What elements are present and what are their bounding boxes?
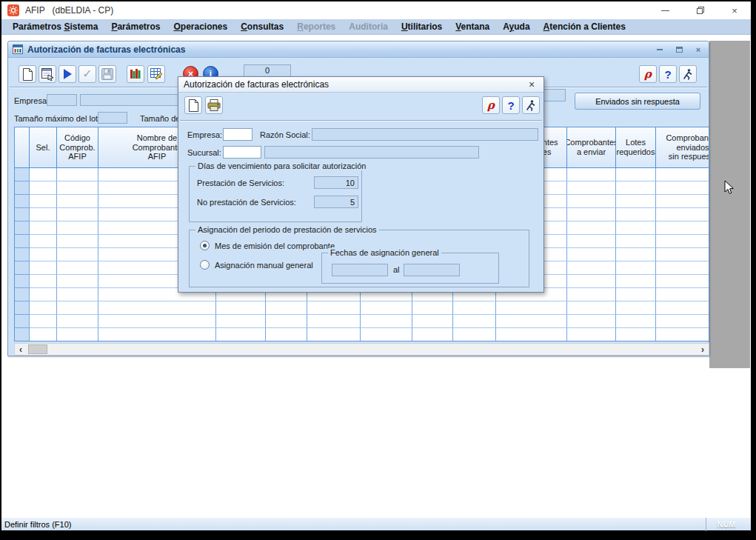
grid-cell[interactable] bbox=[30, 261, 57, 275]
child-close-button[interactable]: × bbox=[692, 44, 704, 55]
close-button[interactable]: × bbox=[720, 1, 749, 19]
grid-cell[interactable] bbox=[57, 221, 98, 235]
confirm-button[interactable]: ✓ bbox=[78, 65, 96, 83]
grid-cell[interactable] bbox=[30, 181, 57, 195]
dialog-exit-button[interactable] bbox=[522, 96, 540, 114]
grid-cell[interactable] bbox=[57, 181, 98, 195]
grid-cell[interactable] bbox=[567, 221, 616, 235]
grid-cell[interactable] bbox=[616, 288, 656, 301]
row-indicator-cell[interactable] bbox=[15, 301, 30, 315]
child-maximize-button[interactable] bbox=[673, 44, 685, 55]
grid-header-comprobantes-enviados-sin-respuesta[interactable]: Comprobantes enviados sin respuesta bbox=[656, 127, 709, 168]
grid-cell[interactable] bbox=[57, 288, 98, 301]
grid-cell[interactable] bbox=[266, 301, 307, 315]
grid-cell[interactable] bbox=[656, 168, 709, 181]
row-indicator-cell[interactable] bbox=[15, 248, 30, 261]
radio-asignacion-manual[interactable] bbox=[200, 260, 210, 270]
grid-cell[interactable] bbox=[57, 315, 98, 328]
new-button[interactable] bbox=[19, 65, 36, 83]
row-indicator-cell[interactable] bbox=[15, 315, 30, 328]
columns-button[interactable] bbox=[127, 65, 144, 83]
grid-cell[interactable] bbox=[98, 328, 216, 341]
grid-header-sel[interactable]: Sel. bbox=[30, 127, 57, 168]
properties-button[interactable] bbox=[39, 65, 56, 83]
grid-cell[interactable] bbox=[567, 195, 616, 208]
mdi-exit-button[interactable] bbox=[679, 65, 697, 83]
grid-cell[interactable] bbox=[567, 248, 616, 261]
menu-item-ayuda[interactable]: Ayuda bbox=[496, 19, 536, 34]
grid-cell[interactable] bbox=[656, 315, 709, 328]
grid-cell[interactable] bbox=[57, 301, 98, 315]
grid-cell[interactable] bbox=[30, 301, 57, 315]
grid-cell[interactable] bbox=[567, 181, 616, 195]
scrollbar-thumb[interactable] bbox=[28, 344, 47, 354]
grid-cell[interactable] bbox=[57, 195, 98, 208]
row-indicator-cell[interactable] bbox=[15, 288, 30, 301]
grid-cell[interactable] bbox=[30, 208, 57, 221]
menu-item-atencion-a-clientes[interactable]: Atención a Clientes bbox=[537, 19, 632, 34]
grid-cell[interactable] bbox=[307, 301, 361, 315]
grid-cell[interactable] bbox=[57, 168, 98, 181]
mdi-rho-button[interactable]: ρ bbox=[639, 65, 657, 83]
child-titlebar[interactable]: Autorización de facturas electrónicas × bbox=[8, 41, 709, 58]
grid-cell[interactable] bbox=[656, 195, 709, 208]
scroll-left-arrow-icon[interactable]: ‹ bbox=[15, 344, 27, 355]
grid-cell[interactable] bbox=[616, 221, 656, 235]
dialog-rho-button[interactable]: ρ bbox=[482, 96, 500, 114]
grid-cell[interactable] bbox=[656, 248, 709, 261]
grid-cell[interactable] bbox=[266, 328, 307, 341]
grid-cell[interactable] bbox=[266, 315, 307, 328]
grid-cell[interactable] bbox=[216, 315, 266, 328]
grid-cell[interactable] bbox=[567, 261, 616, 275]
grid-cell[interactable] bbox=[616, 261, 656, 275]
grid-edit-button[interactable] bbox=[147, 65, 165, 83]
grid-cell[interactable] bbox=[656, 181, 709, 195]
grid-cell[interactable] bbox=[656, 275, 709, 288]
grid-cell[interactable] bbox=[616, 275, 656, 288]
grid-cell[interactable] bbox=[98, 315, 216, 328]
restore-button[interactable] bbox=[686, 1, 715, 19]
grid-cell[interactable] bbox=[656, 208, 709, 221]
dialog-close-button[interactable]: × bbox=[525, 79, 538, 90]
row-indicator-cell[interactable] bbox=[15, 328, 30, 341]
menu-item-utilitarios[interactable]: Utilitarios bbox=[395, 19, 449, 34]
grid-cell[interactable] bbox=[616, 235, 656, 248]
grid-cell[interactable] bbox=[453, 328, 496, 341]
row-indicator-cell[interactable] bbox=[15, 195, 30, 208]
grid-cell[interactable] bbox=[616, 315, 656, 328]
row-indicator-cell[interactable] bbox=[15, 261, 30, 275]
horizontal-scrollbar[interactable]: ‹ › bbox=[14, 343, 709, 356]
grid-cell[interactable] bbox=[656, 261, 709, 275]
minimize-button[interactable] bbox=[650, 1, 680, 19]
grid-cell[interactable] bbox=[361, 328, 412, 341]
radio-mes-emision[interactable] bbox=[200, 241, 210, 250]
grid-cell[interactable] bbox=[567, 328, 616, 341]
sucursal-code-field[interactable] bbox=[223, 146, 261, 159]
grid-cell[interactable] bbox=[453, 315, 496, 328]
dialog-titlebar[interactable]: Autorización de facturas electrónicas × bbox=[178, 77, 543, 93]
dialog-new-button[interactable] bbox=[184, 96, 202, 114]
grid-cell[interactable] bbox=[656, 235, 709, 248]
mdi-help-button[interactable]: ? bbox=[659, 65, 677, 83]
grid-cell[interactable] bbox=[656, 301, 709, 315]
grid-cell[interactable] bbox=[30, 288, 57, 301]
grid-cell[interactable] bbox=[453, 301, 496, 315]
grid-cell[interactable] bbox=[412, 315, 453, 328]
grid-cell[interactable] bbox=[57, 248, 98, 261]
grid-cell[interactable] bbox=[616, 301, 656, 315]
grid-cell[interactable] bbox=[216, 328, 266, 341]
grid-cell[interactable] bbox=[567, 301, 616, 315]
grid-header-codigo-comprob-afip[interactable]: Código Comprob. AFIP bbox=[57, 127, 98, 168]
grid-cell[interactable] bbox=[361, 315, 412, 328]
grid-cell[interactable] bbox=[567, 315, 616, 328]
menu-item-ventana[interactable]: Ventana bbox=[449, 19, 496, 34]
grid-cell[interactable] bbox=[30, 235, 57, 248]
grid-cell[interactable] bbox=[57, 275, 98, 288]
empresa-code-field[interactable] bbox=[47, 94, 77, 106]
grid-cell[interactable] bbox=[616, 328, 656, 341]
run-button[interactable] bbox=[58, 65, 76, 83]
grid-cell[interactable] bbox=[412, 301, 453, 315]
grid-cell[interactable] bbox=[616, 168, 656, 181]
grid-cell[interactable] bbox=[616, 181, 656, 195]
grid-cell[interactable] bbox=[567, 208, 616, 221]
